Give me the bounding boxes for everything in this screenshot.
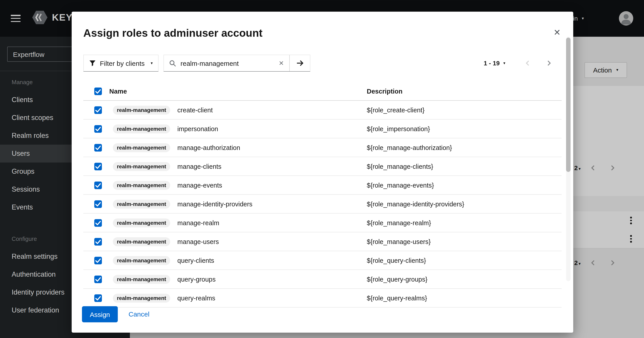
pagination-range: 1 - 19: [484, 60, 500, 67]
row-checkbox[interactable]: [94, 106, 102, 114]
role-name: query-clients: [177, 257, 214, 264]
table-row: realm-management impersonation ${role_im…: [83, 120, 562, 138]
role-description: ${role_impersonation}: [367, 125, 430, 132]
table-header-row: Name Description: [83, 82, 562, 101]
table-row: realm-management manage-users ${role_man…: [83, 232, 562, 251]
arrow-right-icon: [296, 60, 304, 67]
row-checkbox[interactable]: [94, 238, 102, 246]
table-row: realm-management manage-realm ${role_man…: [83, 214, 562, 232]
pagination-prev-icon[interactable]: [520, 54, 536, 72]
search-icon: [164, 60, 180, 66]
roles-table: Name Description realm-management create…: [83, 82, 562, 308]
table-row: realm-management manage-events ${role_ma…: [83, 176, 562, 195]
table-row: realm-management query-realms ${role_que…: [83, 289, 562, 308]
table-row: realm-management manage-identity-provide…: [83, 195, 562, 214]
role-description: ${role_query-realms}: [367, 294, 427, 302]
client-badge: realm-management: [113, 294, 170, 302]
filter-label: Filter by clients: [100, 59, 145, 67]
scrollbar-thumb[interactable]: [566, 38, 570, 172]
role-name: manage-realm: [177, 219, 219, 226]
row-checkbox[interactable]: [94, 181, 102, 189]
table-row: realm-management manage-clients ${role_m…: [83, 157, 562, 176]
clear-search-icon[interactable]: ✕: [274, 60, 289, 67]
scrollbar-track[interactable]: [566, 37, 570, 281]
search-submit-button[interactable]: [289, 55, 310, 71]
row-checkbox[interactable]: [94, 162, 102, 170]
row-checkbox[interactable]: [94, 200, 102, 208]
pagination-next-icon[interactable]: [541, 54, 557, 72]
row-checkbox[interactable]: [94, 144, 102, 152]
client-badge: realm-management: [113, 200, 170, 208]
modal-pagination-menu[interactable]: 1 - 19 ▾: [484, 54, 506, 72]
role-description: ${role_create-client}: [367, 106, 424, 114]
client-badge: realm-management: [113, 275, 170, 284]
table-row: realm-management query-clients ${role_qu…: [83, 251, 562, 270]
role-name: manage-identity-providers: [177, 200, 252, 208]
role-description: ${role_query-clients}: [367, 257, 426, 264]
column-header-name: Name: [109, 88, 367, 95]
filter-dropdown[interactable]: Filter by clients ▾: [83, 54, 158, 72]
role-name: manage-clients: [177, 163, 222, 170]
client-badge: realm-management: [113, 237, 170, 246]
roles-table-body: realm-management create-client ${role_cr…: [83, 101, 562, 308]
table-row: realm-management create-client ${role_cr…: [83, 101, 562, 120]
modal-title: Assign roles to adminuser account: [83, 27, 262, 40]
row-checkbox[interactable]: [94, 219, 102, 227]
client-badge: realm-management: [113, 124, 170, 133]
search-box: ✕: [164, 54, 310, 72]
row-checkbox[interactable]: [94, 275, 102, 283]
role-description: ${role_query-groups}: [367, 276, 428, 283]
client-badge: realm-management: [113, 256, 170, 265]
role-name: impersonation: [177, 125, 218, 132]
close-icon[interactable]: ✕: [551, 26, 564, 38]
row-checkbox[interactable]: [94, 294, 102, 302]
filter-icon: [89, 60, 96, 66]
role-name: manage-users: [177, 238, 219, 245]
table-row: realm-management manage-authorization ${…: [83, 138, 562, 157]
assign-button[interactable]: Assign: [82, 306, 118, 322]
role-description: ${role_manage-identity-providers}: [367, 200, 464, 208]
role-description: ${role_manage-clients}: [367, 163, 433, 170]
role-name: manage-authorization: [177, 144, 240, 151]
assign-roles-modal: Assign roles to adminuser account ✕ Filt…: [72, 12, 573, 333]
role-description: ${role_manage-authorization}: [367, 144, 452, 151]
chevron-down-icon: ▾: [504, 61, 506, 65]
client-badge: realm-management: [113, 218, 170, 227]
role-name: query-groups: [177, 276, 216, 283]
role-name: create-client: [177, 106, 213, 114]
search-input[interactable]: [180, 59, 274, 68]
client-badge: realm-management: [113, 143, 170, 152]
role-name: manage-events: [177, 182, 222, 189]
row-checkbox[interactable]: [94, 125, 102, 133]
chevron-down-icon: ▾: [151, 61, 153, 65]
role-description: ${role_manage-events}: [367, 182, 434, 189]
keycloak-admin-screen: KEYCLOAK admin ▾ Expertflow ▾ Manage Cli…: [0, 0, 644, 338]
role-description: ${role_manage-realm}: [367, 219, 431, 226]
client-badge: realm-management: [113, 106, 170, 114]
client-badge: realm-management: [113, 181, 170, 190]
row-checkbox[interactable]: [94, 256, 102, 264]
role-name: query-realms: [177, 294, 215, 302]
table-row: realm-management query-groups ${role_que…: [83, 270, 562, 289]
client-badge: realm-management: [113, 162, 170, 171]
select-all-checkbox[interactable]: [94, 87, 102, 95]
column-header-description: Description: [367, 88, 562, 95]
cancel-link[interactable]: Cancel: [128, 310, 149, 318]
role-description: ${role_manage-users}: [367, 238, 430, 245]
